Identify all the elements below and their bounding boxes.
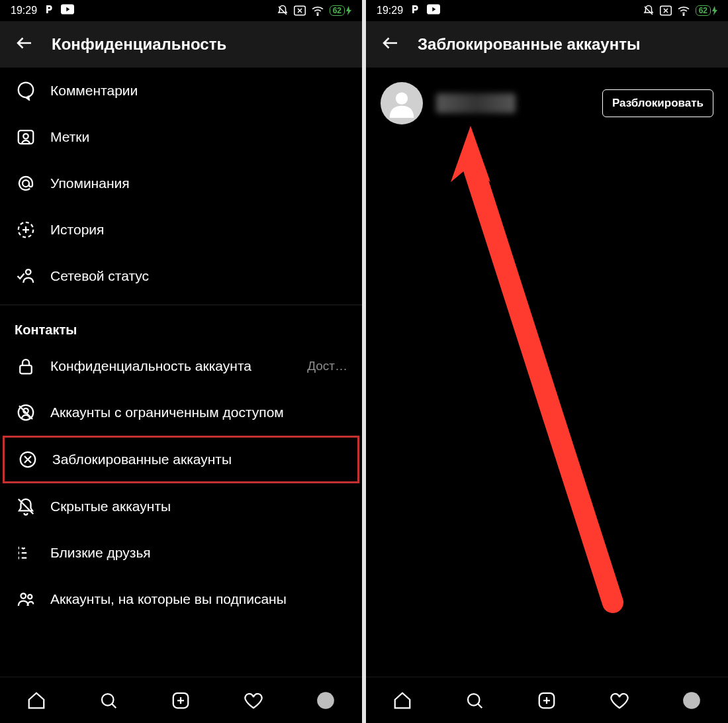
nav-home[interactable] [23,687,50,714]
item-tags[interactable]: Метки [0,114,362,160]
wifi-icon [311,5,324,16]
item-muted[interactable]: Скрытые аккаунты [0,483,362,530]
item-activity-status[interactable]: Сетевой статус [0,253,362,299]
item-restricted[interactable]: Аккаунты с ограниченным доступом [0,389,362,436]
battery-icon: 62 [330,5,351,16]
item-story[interactable]: История [0,207,362,253]
status-bar: 19:29 62 [366,0,728,21]
page-title: Конфиденциальность [52,35,226,54]
back-icon[interactable] [381,33,400,56]
item-label: Скрытые аккаунты [50,499,171,514]
story-icon [15,218,37,241]
page-title: Заблокированные аккаунты [418,35,640,54]
item-label: Близкие друзья [50,545,151,561]
following-icon [15,588,37,610]
app-header: Конфиденциальность [0,21,362,68]
activity-status-icon [15,265,37,287]
mute-icon [277,5,289,17]
svg-point-17 [317,692,334,709]
item-label: Комментарии [50,83,138,99]
svg-point-6 [23,180,29,187]
nav-new-post[interactable] [167,687,194,714]
battery-icon: 62 [696,5,717,16]
item-label: Аккаунты с ограниченным доступом [50,405,284,420]
svg-point-3 [19,83,34,98]
parking-icon [410,4,420,17]
nav-activity[interactable] [606,687,633,714]
item-label: Упоминания [50,175,130,191]
nav-new-post[interactable] [533,687,560,714]
item-blocked[interactable]: Заблокированные аккаунты [5,438,357,481]
phone-right: 19:29 62 Заблокированные аккаунты Разбло… [366,0,728,723]
item-account-privacy[interactable]: Конфиденциальность аккаунта Дост… [0,343,362,389]
item-label: Сетевой статус [50,268,149,284]
item-close-friends[interactable]: Близкие друзья [0,530,362,576]
tag-person-icon [15,126,37,148]
highlight-blocked: Заблокированные аккаунты [3,436,359,483]
nav-profile[interactable] [678,687,705,714]
phone-left: 19:29 62 Конфиденциальность Комментарии … [0,0,362,723]
status-bar: 19:29 62 [0,0,362,21]
svg-point-24 [683,692,700,709]
blocked-list: Разблокировать [366,68,728,677]
close-friends-icon [15,542,37,564]
nav-activity[interactable] [240,687,267,714]
unblock-button[interactable]: Разблокировать [602,89,713,117]
item-comments[interactable]: Комментарии [0,68,362,114]
svg-point-20 [683,15,684,16]
item-label: Метки [50,129,89,145]
status-time: 19:29 [11,5,37,17]
blocked-icon [17,448,39,471]
youtube-icon [427,4,440,17]
close-box-icon [660,5,672,16]
mute-icon [643,5,655,17]
youtube-icon [61,4,74,17]
status-time: 19:29 [377,5,403,17]
item-label: Аккаунты, на которые вы подписаны [50,591,287,607]
avatar [381,82,423,124]
item-label: Заблокированные аккаунты [52,452,232,467]
svg-rect-9 [20,365,32,374]
blocked-user-row[interactable]: Разблокировать [366,68,728,139]
close-box-icon [294,5,306,16]
settings-list: Комментарии Метки Упоминания История Сет… [0,68,362,677]
svg-point-2 [317,15,318,16]
item-label: Конфиденциальность аккаунта [50,358,251,374]
restricted-icon [15,401,37,424]
comment-icon [15,79,37,102]
svg-point-13 [21,593,26,599]
item-following[interactable]: Аккаунты, на которые вы подписаны [0,576,362,622]
item-mentions[interactable]: Упоминания [0,160,362,207]
bottom-nav [0,677,362,723]
parking-icon [44,4,54,17]
blocked-user-name [436,93,516,113]
app-header: Заблокированные аккаунты [366,21,728,68]
svg-rect-4 [19,130,34,144]
nav-profile[interactable] [312,687,339,714]
svg-point-5 [23,134,28,139]
nav-search[interactable] [461,687,488,714]
back-icon[interactable] [15,33,34,56]
muted-bell-icon [15,495,37,518]
nav-search[interactable] [95,687,122,714]
item-label: История [50,222,104,238]
section-header-contacts: Контакты [0,305,362,343]
svg-point-21 [396,93,408,105]
svg-point-15 [102,694,114,706]
bottom-nav [366,677,728,723]
svg-point-22 [468,694,480,706]
lock-icon [15,355,37,377]
svg-point-14 [28,595,32,599]
at-icon [15,172,37,195]
item-trail: Дост… [307,359,347,373]
wifi-icon [677,5,690,16]
nav-home[interactable] [389,687,416,714]
svg-point-8 [26,269,31,275]
